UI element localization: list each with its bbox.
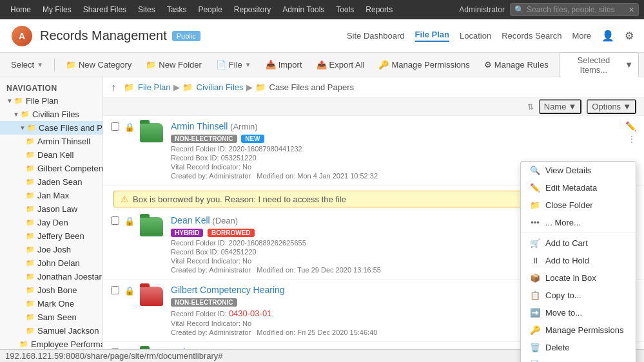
copy-icon: 📋 [530,291,540,300]
sidebar-item-dean[interactable]: 📁 Dean Kell [0,148,102,162]
lock-icon-dean: 🔒 [124,216,135,226]
sidebar-item-john[interactable]: 📁 John Delan [0,256,102,270]
folder-icon: 📁 [26,205,35,213]
warning-icon: ⚠ [121,194,129,204]
sort-icon: ⇅ [527,102,534,111]
location-link[interactable]: Location [460,31,491,41]
file-name-armin[interactable]: Armin Thinsell (Armin) [171,121,620,131]
file-more-icon-armin[interactable]: ⋮ [627,134,636,144]
more-link[interactable]: More [572,31,591,41]
search-input[interactable] [527,5,629,14]
import-button[interactable]: 📥 Import [260,57,308,73]
new-folder-button[interactable]: 📁 New Folder [140,57,207,73]
folder-icon: 📁 [26,245,35,254]
file-checkbox-armin[interactable] [111,122,119,131]
sidebar-item-file-plan[interactable]: ▼ 📁 File Plan [0,94,102,108]
sidebar-item-josh[interactable]: 📁 Josh Bone [0,283,102,297]
ctx-move-to[interactable]: ➡️ Move to... [521,304,636,321]
ctx-add-to-hold[interactable]: ⏸ Add to Hold [521,252,636,269]
ctx-more[interactable]: ••• ... More... [521,214,636,231]
folder-icon: 📁 [27,124,36,132]
file-alt-name-dean: (Dean) [212,216,238,225]
sidebar-section-title: Navigation [0,80,102,94]
file-checkbox-dean[interactable] [111,216,119,225]
file-meta-armin: Record Folder ID: 2020-16087980441232 [171,145,620,153]
sidebar-item-jason[interactable]: 📁 Jason Law [0,202,102,216]
search-icon: 🔍 [514,5,524,14]
ctx-edit-metadata[interactable]: ✏️ Edit Metadata [521,179,636,196]
admin-label[interactable]: Administrator [459,5,505,14]
view-details-icon: 🔍 [530,166,540,175]
settings-icon[interactable]: ⚙ [625,30,634,42]
breadcrumb-back-button[interactable]: ↑ [111,82,116,93]
nav-repository[interactable]: Repository [229,3,276,17]
folder-icon: 📁 [19,340,28,348]
selected-items-button[interactable]: Selected Items... ▼ [560,52,639,78]
lock-icon-armin: 🔒 [124,122,135,132]
close-folder-icon: 📁 [530,200,540,210]
ctx-manage-permissions[interactable]: 🔑 Manage Permissions [521,321,636,339]
permissions-ctx-icon: 🔑 [530,325,540,335]
nav-shared-files[interactable]: Shared Files [78,3,132,17]
badge-hybrid-dean: HYBRID [171,229,203,237]
sidebar-item-samuel[interactable]: 📁 Samuel Jackson [0,324,102,338]
clear-search-icon[interactable]: ✕ [629,6,634,14]
sidebar-item-gilbert[interactable]: 📁 Gilbert Competency He... [0,162,102,175]
user-icon[interactable]: 👤 [601,30,614,42]
sidebar-item-jay[interactable]: 📁 Jay Den [0,216,102,229]
sidebar-item-jonathan[interactable]: 📁 Jonathan Joestar [0,270,102,283]
records-search-link[interactable]: Records Search [502,31,561,41]
toolbar-separator-1 [54,59,55,71]
ctx-view-details[interactable]: 🔍 View Details [521,162,636,179]
ctx-locate-in-box[interactable]: 📦 Locate in Box [521,269,636,287]
status-url: 192.168.121.59:8080/share/page/site/rm/d… [5,351,223,361]
sidebar-item-case-files[interactable]: ▼ 📁 Case Files and Papers [0,121,102,135]
nav-my-files[interactable]: My Files [37,3,77,17]
nav-admin-tools[interactable]: Admin Tools [277,3,329,17]
nav-people[interactable]: People [193,3,227,17]
ctx-view-audit-log[interactable]: 📄 View Audit Log [521,356,636,362]
selected-items-arrow-icon: ▼ [625,60,633,70]
sidebar-item-armin[interactable]: 📁 Armin Thinsell [0,135,102,148]
folder-icon: 📁 [14,97,23,105]
ctx-delete[interactable]: 🗑️ Delete [521,339,636,356]
sidebar-item-jeffery[interactable]: 📁 Jeffery Been [0,229,102,243]
global-search[interactable]: 🔍 ✕ [510,3,639,16]
sidebar-item-sam[interactable]: 📁 Sam Seen [0,310,102,324]
ctx-add-to-cart[interactable]: 🛒 Add to Cart [521,234,636,252]
breadcrumb-file-plan[interactable]: File Plan [138,82,171,92]
admin-section: Administrator 🔍 ✕ [459,3,639,16]
select-button[interactable]: Select ▼ [5,57,49,73]
new-category-button[interactable]: 📁 New Category [60,57,137,73]
content-area: ↑ 📁 File Plan ▶ 📁 Civilian Files ▶ 📁 Cas… [103,77,644,362]
manage-rules-button[interactable]: ⚙ Manage Rules [478,57,554,73]
site-dashboard-link[interactable]: Site Dashboard [347,31,405,41]
sidebar-item-civilian-files[interactable]: ▼ 📁 Civilian Files [0,108,102,121]
breadcrumb-civilian-files[interactable]: Civilian Files [197,82,244,92]
file-button[interactable]: 📄 File ▼ [210,57,257,73]
badge-non-electronic-gilbert: NON-ELECTRONIC [171,298,237,307]
file-checkbox-gilbert[interactable] [111,286,119,294]
sidebar-item-jaden[interactable]: 📁 Jaden Sean [0,175,102,189]
options-button[interactable]: Options ▼ [587,99,636,114]
new-category-icon: 📁 [66,60,76,70]
nav-tasks[interactable]: Tasks [162,3,192,17]
move-icon: ➡️ [530,308,540,318]
file-edit-icon-armin[interactable]: ✏️ [625,121,636,131]
ctx-copy-to[interactable]: 📋 Copy to... [521,287,636,304]
nav-sites[interactable]: Sites [133,3,161,17]
folder-icon: 📁 [26,151,35,159]
nav-home[interactable]: Home [5,3,36,17]
folder-icon: 📁 [21,110,30,119]
file-plan-link[interactable]: File Plan [415,30,449,42]
sidebar-item-joe[interactable]: 📁 Joe Josh [0,243,102,256]
name-sort-button[interactable]: Name ▼ [539,99,582,114]
ctx-close-folder[interactable]: 📁 Close Folder [521,196,636,214]
export-all-button[interactable]: 📤 Export All [311,57,371,73]
nav-tools[interactable]: Tools [331,3,359,17]
sidebar: Navigation ▼ 📁 File Plan ▼ 📁 Civilian Fi… [0,77,103,362]
nav-reports[interactable]: Reports [360,3,398,17]
sidebar-item-mark[interactable]: 📁 Mark One [0,297,102,310]
sidebar-item-jan[interactable]: 📁 Jan Max [0,189,102,202]
manage-permissions-button[interactable]: 🔑 Manage Permissions [373,57,475,73]
